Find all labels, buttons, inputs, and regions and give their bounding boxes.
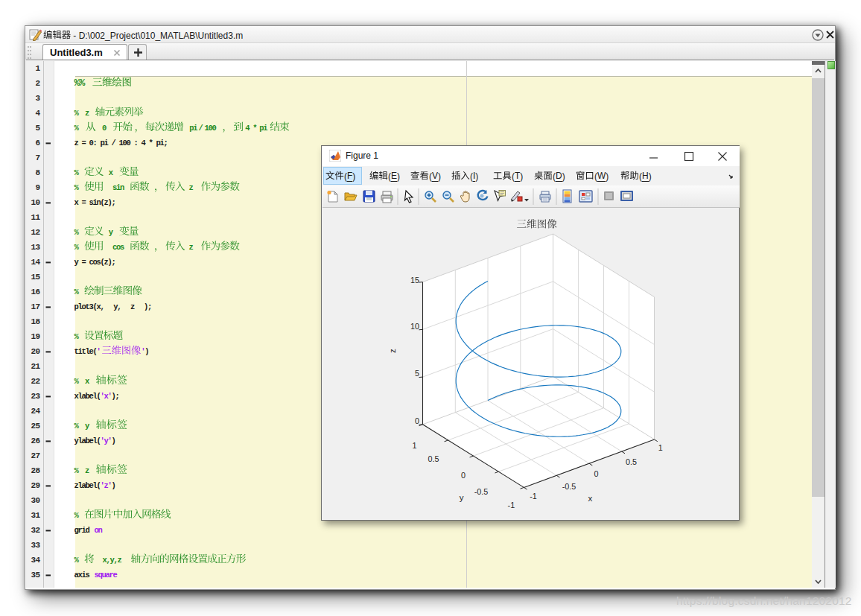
svg-text:6: 6 xyxy=(35,139,39,147)
svg-text:7: 7 xyxy=(35,153,39,162)
svg-text:-0.5: -0.5 xyxy=(474,487,489,496)
svg-text:19: 19 xyxy=(31,332,39,341)
svg-text:10: 10 xyxy=(31,198,39,207)
svg-text:25: 25 xyxy=(31,422,40,431)
svg-text:8: 8 xyxy=(35,168,40,177)
svg-text:24: 24 xyxy=(31,407,40,416)
svg-text:0: 0 xyxy=(461,471,466,480)
svg-text:4: 4 xyxy=(35,109,40,118)
svg-text:'y': 'y' xyxy=(101,436,112,445)
svg-text:29: 29 xyxy=(31,481,39,490)
svg-text:0: 0 xyxy=(594,469,598,478)
svg-text:y: y xyxy=(109,228,114,237)
svg-text:axis: axis xyxy=(74,571,90,580)
svg-text:%: % xyxy=(74,466,80,475)
svg-text:z = 0: pi / 100 : 4 * pi;: z = 0: pi / 100 : 4 * pi; xyxy=(74,139,168,147)
svg-text:);: ); xyxy=(144,302,151,311)
svg-text:z: z xyxy=(85,109,89,118)
svg-text:': ' xyxy=(97,347,101,356)
svg-text:2: 2 xyxy=(35,79,39,88)
svg-text:13: 13 xyxy=(31,243,40,252)
svg-text:on: on xyxy=(95,526,103,535)
svg-text:xlabel(: xlabel( xyxy=(74,392,101,401)
svg-text:0: 0 xyxy=(415,416,419,425)
svg-text:x: x xyxy=(588,494,592,503)
svg-text:5: 5 xyxy=(415,369,419,378)
svg-text:-1: -1 xyxy=(530,492,537,501)
svg-text:14: 14 xyxy=(31,258,40,267)
svg-text:16: 16 xyxy=(31,288,39,296)
svg-text:1: 1 xyxy=(412,441,416,450)
svg-text:title(: title( xyxy=(74,347,97,356)
svg-text:18: 18 xyxy=(31,317,40,326)
svg-text:%: % xyxy=(74,243,80,252)
svg-text:): ) xyxy=(112,481,115,490)
svg-text:y = cos(z);: y = cos(z); xyxy=(74,258,115,267)
svg-text:grid: grid xyxy=(74,526,90,535)
svg-text:17: 17 xyxy=(31,302,39,311)
svg-text:%: % xyxy=(74,109,80,118)
svg-text:20: 20 xyxy=(31,347,39,356)
svg-text:%: % xyxy=(74,511,80,520)
svg-text:): ) xyxy=(144,347,148,356)
svg-text:21: 21 xyxy=(31,362,40,371)
svg-text:%%: %% xyxy=(74,77,86,89)
svg-text:z: z xyxy=(189,183,194,192)
svg-text:z: z xyxy=(388,349,397,353)
svg-text:%: % xyxy=(74,422,80,431)
svg-text:15: 15 xyxy=(410,276,419,285)
svg-text:%: % xyxy=(74,556,80,565)
svg-text:'z': 'z' xyxy=(101,481,112,490)
svg-text:11: 11 xyxy=(31,213,40,222)
svg-text:'x': 'x' xyxy=(101,392,112,401)
svg-text:): ) xyxy=(112,436,115,445)
svg-text:pi: pi xyxy=(189,124,197,133)
svg-text:12: 12 xyxy=(31,228,39,237)
svg-text:28: 28 xyxy=(31,466,40,475)
svg-text:1: 1 xyxy=(35,64,40,73)
svg-text:%: % xyxy=(74,228,80,237)
svg-text:9: 9 xyxy=(35,183,39,192)
svg-text:3: 3 xyxy=(35,94,40,103)
svg-text:ylabel(: ylabel( xyxy=(74,436,101,445)
svg-text:-0.5: -0.5 xyxy=(562,482,576,491)
svg-text:%: % xyxy=(74,124,80,133)
svg-text:z: z xyxy=(189,243,194,252)
svg-text:x: x xyxy=(85,377,90,386)
svg-text:35: 35 xyxy=(31,571,40,580)
svg-text:26: 26 xyxy=(31,436,39,445)
svg-text:32: 32 xyxy=(31,526,39,535)
svg-text:sin: sin xyxy=(112,183,124,192)
svg-text:%: % xyxy=(74,332,80,341)
svg-text:34: 34 xyxy=(31,556,40,565)
svg-text:y,: y, xyxy=(113,302,121,311)
svg-text:square: square xyxy=(95,571,118,580)
svg-text:23: 23 xyxy=(31,392,40,401)
svg-text:y: y xyxy=(460,493,464,502)
svg-text:5: 5 xyxy=(35,124,40,133)
svg-text:%: % xyxy=(74,288,80,296)
svg-text:plot3(x,: plot3(x, xyxy=(74,302,104,311)
svg-text:1: 1 xyxy=(658,443,663,452)
svg-text:30: 30 xyxy=(31,496,39,505)
svg-text:33: 33 xyxy=(31,541,40,550)
svg-text:cos: cos xyxy=(112,243,124,252)
svg-text:);: ); xyxy=(112,392,119,401)
svg-text:*: * xyxy=(252,124,257,133)
svg-text:x = sin(z);: x = sin(z); xyxy=(74,198,115,207)
svg-text:x,y,z: x,y,z xyxy=(103,556,122,565)
svg-text:31: 31 xyxy=(31,511,40,520)
svg-text:10: 10 xyxy=(410,322,419,331)
svg-text:x: x xyxy=(109,168,114,177)
svg-text:%: % xyxy=(74,168,80,177)
svg-text:-1: -1 xyxy=(508,501,515,509)
svg-text:%: % xyxy=(74,183,80,192)
svg-text:0.5: 0.5 xyxy=(428,454,439,463)
svg-text:y: y xyxy=(85,422,90,431)
svg-text:15: 15 xyxy=(31,273,40,282)
svg-text:pi: pi xyxy=(259,124,267,133)
svg-text:%: % xyxy=(74,377,80,386)
svg-text:22: 22 xyxy=(31,377,39,386)
svg-text:0: 0 xyxy=(102,124,107,133)
svg-text:4: 4 xyxy=(245,124,250,133)
